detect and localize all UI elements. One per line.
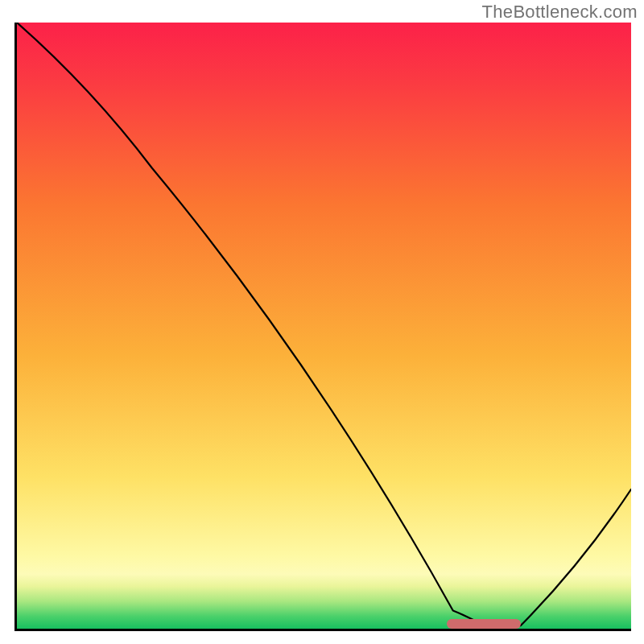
curve-line	[17, 23, 631, 629]
watermark-label: TheBottleneck.com	[482, 2, 638, 23]
plot-area	[14, 23, 631, 631]
optimal-marker	[447, 619, 521, 629]
chart-frame: TheBottleneck.com	[0, 0, 644, 644]
